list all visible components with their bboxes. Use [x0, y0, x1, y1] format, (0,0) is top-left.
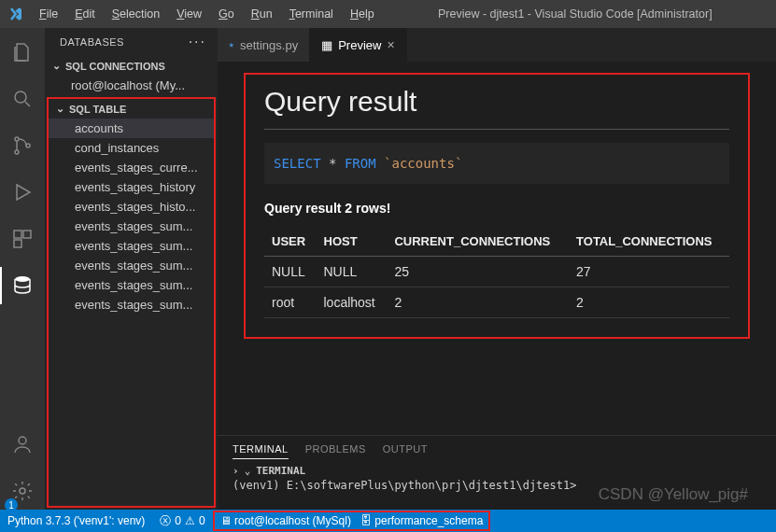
section-label: SQL CONNECTIONS: [65, 61, 165, 72]
database-icon[interactable]: [0, 267, 45, 304]
error-count: 0: [175, 514, 181, 527]
table-item[interactable]: accounts: [49, 119, 214, 138]
status-connection-box: 🖥 root@localhost (MySql) 🗄 performance_s…: [213, 511, 491, 531]
sidebar-title: DATABASES: [60, 36, 124, 48]
run-debug-icon[interactable]: [0, 174, 45, 211]
table-item[interactable]: events_stages_histo...: [49, 197, 214, 217]
status-database-label: performance_schema: [374, 514, 483, 527]
sql-star: *: [329, 156, 336, 171]
sql-table-name: `accounts`: [384, 156, 462, 171]
preview-pane: Query result SELECT * FROM `accounts` Qu…: [218, 62, 776, 435]
source-control-icon[interactable]: [0, 127, 45, 164]
table-item[interactable]: cond_instances: [49, 138, 214, 158]
table-item[interactable]: events_stages_sum...: [49, 256, 214, 275]
settings-gear-icon[interactable]: 1: [0, 472, 45, 510]
row-count-info: Query result 2 rows!: [264, 201, 729, 216]
tab-bar: ⭑ settings.py ▦ Preview ×: [218, 28, 776, 62]
svg-point-0: [15, 91, 26, 103]
python-icon: ⭑: [229, 37, 234, 52]
cell: root: [264, 287, 317, 318]
sql-statement: SELECT * FROM `accounts`: [264, 143, 729, 184]
plug-icon: 🖥: [220, 514, 232, 527]
table-row[interactable]: root localhost 2 2: [264, 287, 729, 318]
svg-point-1: [15, 137, 19, 141]
status-database[interactable]: 🗄 performance_schema: [360, 514, 483, 527]
db-icon: 🗄: [360, 514, 372, 527]
menu-selection[interactable]: Selection: [105, 4, 167, 24]
cell: 25: [387, 257, 569, 287]
section-sql-connections[interactable]: ⌄ SQL CONNECTIONS: [45, 56, 218, 76]
menu-bar: File Edit Selection View Go Run Terminal…: [32, 4, 382, 24]
panel-tabs: TERMINAL PROBLEMS OUTPUT: [218, 436, 776, 463]
status-connection[interactable]: 🖥 root@localhost (MySql): [220, 514, 351, 527]
sql-table-section: ⌄ SQL TABLE accounts cond_instances even…: [47, 97, 216, 508]
extensions-icon[interactable]: [0, 220, 45, 258]
sql-keyword: SELECT: [274, 156, 321, 171]
chevron-down-icon: ⌄: [245, 465, 251, 477]
sql-keyword: FROM: [345, 156, 376, 171]
explorer-icon[interactable]: [0, 34, 45, 71]
more-icon[interactable]: ···: [189, 34, 206, 50]
table-item[interactable]: events_stages_history: [49, 177, 214, 197]
query-result-heading: Query result: [264, 80, 729, 130]
table-item[interactable]: events_stages_sum...: [49, 275, 214, 295]
chevron-down-icon: ⌄: [50, 60, 62, 72]
svg-point-7: [15, 276, 30, 282]
cell: NULL: [317, 257, 388, 287]
svg-rect-6: [14, 240, 21, 247]
terminal-line: (venv1) E:\softwarePlus\python\prj\djtes…: [233, 479, 761, 492]
error-icon: ⓧ: [160, 513, 171, 529]
tab-label: Preview: [338, 38, 381, 52]
chevron-right-icon: ›: [233, 465, 239, 477]
activity-bar: 1: [0, 28, 45, 510]
table-item[interactable]: events_stages_curre...: [49, 158, 214, 177]
menu-file[interactable]: File: [32, 4, 65, 24]
status-python[interactable]: Python 3.7.3 ('venv1': venv): [0, 510, 152, 532]
query-result-box: Query result SELECT * FROM `accounts` Qu…: [244, 73, 750, 339]
warning-icon: ⚠: [185, 514, 195, 527]
tab-label: settings.py: [240, 38, 298, 52]
tab-preview[interactable]: ▦ Preview ×: [310, 28, 406, 62]
connection-item[interactable]: root@localhost (My...: [45, 76, 218, 95]
settings-badge: 1: [5, 498, 18, 511]
panel-tab-terminal[interactable]: TERMINAL: [233, 440, 289, 459]
terminal-body[interactable]: › ⌄ TERMINAL (venv1) E:\softwarePlus\pyt…: [218, 463, 776, 494]
section-sql-table[interactable]: ⌄ SQL TABLE: [49, 99, 214, 119]
svg-point-2: [15, 150, 19, 154]
chevron-down-icon: ⌄: [54, 103, 65, 115]
table-row[interactable]: NULL NULL 25 27: [264, 257, 729, 287]
menu-view[interactable]: View: [169, 4, 209, 24]
svg-point-9: [20, 488, 25, 494]
col-header: USER: [264, 227, 317, 257]
col-header: TOTAL_CONNECTIONS: [569, 227, 729, 257]
panel-tab-output[interactable]: OUTPUT: [383, 440, 428, 459]
table-item[interactable]: events_stages_sum...: [49, 295, 214, 315]
status-connection-label: root@localhost (MySql): [234, 514, 351, 527]
menu-terminal[interactable]: Terminal: [282, 4, 341, 24]
vscode-logo-icon: [7, 6, 24, 22]
status-errors[interactable]: ⓧ0 ⚠0: [152, 510, 212, 532]
terminal-title: TERMINAL: [256, 465, 305, 477]
svg-rect-4: [14, 231, 21, 238]
table-item[interactable]: events_stages_sum...: [49, 236, 214, 256]
account-icon[interactable]: [0, 426, 45, 463]
table-item[interactable]: events_stages_sum...: [49, 217, 214, 236]
cell: localhost: [317, 287, 388, 318]
preview-icon: ▦: [321, 38, 332, 52]
tab-settings-py[interactable]: ⭑ settings.py: [218, 28, 310, 62]
col-header: CURRENT_CONNECTIONS: [387, 227, 569, 257]
menu-go[interactable]: Go: [211, 4, 242, 24]
cell: 2: [569, 287, 729, 318]
col-header: HOST: [317, 227, 388, 257]
search-icon[interactable]: [0, 80, 45, 118]
menu-help[interactable]: Help: [343, 4, 382, 24]
menu-run[interactable]: Run: [244, 4, 280, 24]
svg-point-8: [19, 437, 26, 444]
cell: 2: [387, 287, 569, 318]
bottom-panel: TERMINAL PROBLEMS OUTPUT › ⌄ TERMINAL (v…: [218, 435, 776, 510]
close-icon[interactable]: ×: [387, 37, 394, 52]
cell: 27: [569, 257, 729, 287]
menu-edit[interactable]: Edit: [67, 4, 103, 24]
panel-tab-problems[interactable]: PROBLEMS: [305, 440, 366, 459]
result-table: USER HOST CURRENT_CONNECTIONS TOTAL_CONN…: [264, 227, 729, 318]
